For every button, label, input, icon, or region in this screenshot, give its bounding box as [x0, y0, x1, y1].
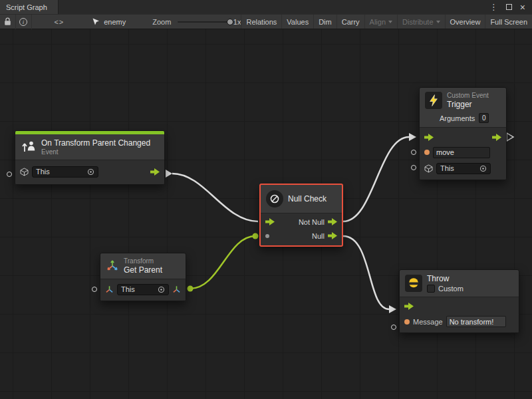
wire-getparent-to-nullcheck[interactable] — [190, 236, 255, 289]
custom-checkbox[interactable] — [427, 285, 435, 293]
target-pick-icon — [158, 286, 165, 293]
node-header: On Transform Parent Changed Event — [15, 134, 164, 160]
control-input-port[interactable] — [404, 303, 414, 310]
custom-checkbox-label: Custom — [438, 285, 464, 293]
node-subtitle: Event — [41, 148, 150, 156]
toolbar-button-relations[interactable]: Relations — [241, 15, 281, 29]
toolbar-separator — [31, 15, 32, 29]
wire-end-arrow-icon — [389, 305, 396, 313]
control-output-indicator-icon — [507, 133, 513, 141]
transform-type-icon — [172, 285, 181, 294]
message-label: Message — [413, 318, 443, 326]
control-input-port[interactable] — [424, 134, 434, 141]
value-input-port[interactable] — [265, 234, 269, 238]
throw-icon — [405, 275, 422, 292]
maximize-icon[interactable] — [506, 4, 512, 10]
toolbar-button-dim[interactable]: Dim — [313, 15, 336, 29]
event-name-port[interactable] — [424, 150, 430, 155]
control-output-port-not-null[interactable] — [328, 218, 337, 225]
custom-event-icon — [425, 92, 442, 109]
gameobject-icon — [20, 168, 29, 176]
control-input-port[interactable] — [265, 218, 275, 225]
menu-icon[interactable]: ⋮ — [489, 3, 498, 11]
zoom-slider-knob[interactable] — [227, 19, 233, 25]
close-icon[interactable]: × — [520, 3, 525, 12]
wire-end-arrow-icon — [409, 133, 416, 141]
node-title: Throw — [427, 274, 464, 283]
info-icon: i — [19, 18, 27, 26]
wire-null-to-throw[interactable] — [343, 236, 389, 309]
toolbar-button-overview[interactable]: Overview — [445, 15, 485, 29]
control-output-port-null[interactable] — [328, 232, 337, 239]
arguments-count-field[interactable]: 0 — [479, 113, 489, 123]
node-category: Custom Event — [447, 92, 489, 99]
transform-type-icon — [105, 285, 114, 294]
control-output-port[interactable] — [492, 134, 501, 141]
message-input[interactable] — [446, 316, 506, 327]
this-target-dropdown[interactable]: This — [436, 163, 491, 174]
node-null-check[interactable]: Null Check Not Null Null — [259, 184, 343, 247]
wire-start-arrow-icon — [166, 170, 172, 178]
node-throw[interactable]: Throw Custom Message — [399, 269, 519, 333]
value-input-port[interactable] — [92, 287, 97, 292]
zoom-label: Zoom — [152, 18, 171, 26]
lock-icon — [4, 17, 11, 26]
value-input-port[interactable] — [391, 325, 396, 330]
node-body: This — [100, 279, 186, 301]
node-trigger-custom-event[interactable]: Custom Event Trigger Arguments 0 — [419, 87, 507, 180]
lock-button[interactable] — [0, 15, 15, 29]
toolbar-button-align[interactable]: Align — [364, 15, 397, 29]
control-output-port[interactable] — [150, 168, 160, 176]
code-view-icon[interactable]: <> — [49, 18, 69, 26]
node-title: On Transform Parent Changed — [41, 138, 150, 148]
gameobject-icon — [424, 164, 433, 173]
node-category: Transform — [124, 257, 162, 265]
node-body: Not Null Null — [261, 213, 342, 245]
target-pick-icon — [479, 165, 487, 172]
event-icon — [21, 139, 37, 155]
arguments-row: Arguments 0 — [420, 113, 506, 127]
info-button[interactable]: i — [16, 15, 31, 29]
node-get-parent[interactable]: Transform Get Parent This — [100, 253, 186, 301]
port-label-null: Null — [312, 232, 325, 240]
value-input-port[interactable] — [411, 150, 416, 155]
dropdown-caret-icon — [388, 21, 392, 23]
value-input-port[interactable] — [7, 172, 12, 177]
arguments-label: Arguments — [440, 114, 475, 122]
node-title: Null Check — [288, 194, 327, 203]
node-header: Null Check — [261, 185, 342, 213]
value-input-plug-icon — [253, 233, 259, 239]
tab-script-graph[interactable]: Script Graph — [0, 0, 59, 14]
zoom-slider-track — [178, 21, 227, 23]
this-target-dropdown[interactable]: This — [117, 284, 169, 295]
toolbar-button-carry[interactable]: Carry — [336, 15, 364, 29]
node-title: Trigger — [447, 100, 489, 109]
node-title: Get Parent — [124, 265, 162, 275]
wire-notnull-to-customevent[interactable] — [343, 137, 409, 221]
toolbar-button-distribute[interactable]: Distribute — [397, 15, 444, 29]
node-body: This — [15, 160, 164, 184]
script-graph-icon — [92, 17, 100, 26]
value-output-plug-icon — [188, 286, 194, 292]
this-target-dropdown[interactable]: This — [32, 166, 98, 178]
window-controls: ⋮ × — [489, 0, 532, 14]
tab-label: Script Graph — [6, 3, 47, 11]
target-pick-icon — [87, 168, 94, 176]
port-label-not-null: Not Null — [299, 218, 325, 226]
tab-bar: Script Graph ⋮ × — [0, 0, 532, 14]
graph-breadcrumb[interactable]: enemy — [92, 17, 126, 26]
event-name-input[interactable] — [433, 147, 490, 158]
dropdown-caret-icon — [436, 21, 440, 23]
null-check-icon — [266, 190, 283, 207]
toolbar-button-values[interactable]: Values — [281, 15, 313, 29]
wire-event-to-nullcheck[interactable] — [172, 174, 258, 221]
value-input-port[interactable] — [411, 165, 416, 170]
message-port[interactable] — [404, 319, 410, 325]
toolbar-button-fullscreen[interactable]: Full Screen — [485, 15, 532, 29]
graph-canvas[interactable]: On Transform Parent Changed Event This — [0, 29, 532, 399]
toolbar-button-group: Relations Values Dim Carry Align Distrib… — [241, 15, 532, 29]
node-body: This — [420, 127, 506, 180]
node-on-transform-parent-changed[interactable]: On Transform Parent Changed Event This — [15, 130, 165, 185]
zoom-slider[interactable] — [178, 18, 227, 26]
zoom-value: 1x — [233, 18, 241, 26]
